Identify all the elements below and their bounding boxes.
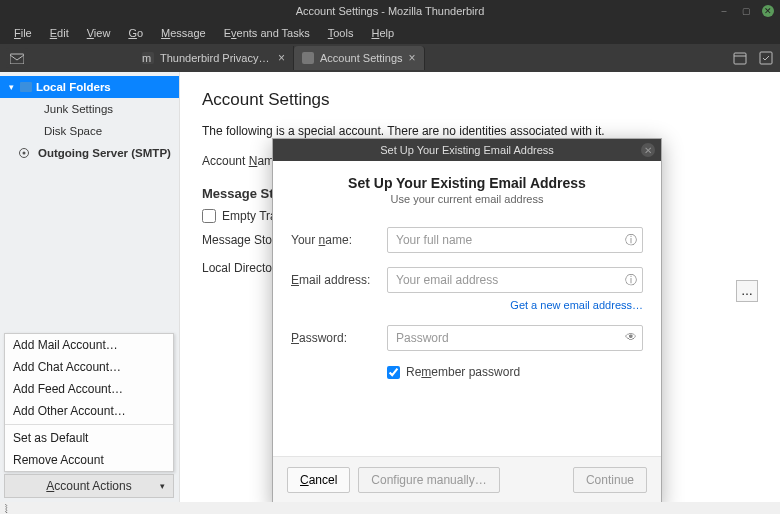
menu-item-add-other[interactable]: Add Other Account… — [5, 400, 173, 422]
tab-title: Thunderbird Privacy Not — [160, 52, 272, 64]
info-icon[interactable]: ⓘ — [625, 232, 637, 249]
email-label: Email address: — [291, 273, 387, 287]
menu-view[interactable]: View — [79, 25, 119, 41]
tasks-icon[interactable] — [758, 50, 774, 66]
name-row: Your name: ⓘ — [291, 227, 643, 253]
tree-label: Disk Space — [44, 125, 102, 137]
svg-rect-1 — [734, 53, 746, 64]
email-input[interactable] — [387, 267, 643, 293]
dialog-body: Set Up Your Existing Email Address Use y… — [273, 161, 661, 456]
menu-edit[interactable]: Edit — [42, 25, 77, 41]
menu-help[interactable]: Help — [363, 25, 402, 41]
folder-icon — [20, 82, 32, 92]
tab-close-icon[interactable]: × — [409, 51, 416, 65]
dialog-close-icon[interactable]: ✕ — [641, 143, 655, 157]
menu-go[interactable]: Go — [120, 25, 151, 41]
password-input[interactable] — [387, 325, 643, 351]
show-password-icon[interactable]: 👁 — [625, 330, 637, 344]
menu-message[interactable]: Message — [153, 25, 214, 41]
tabbar-right-actions — [732, 50, 774, 66]
dialog-subheading: Use your current email address — [291, 193, 643, 205]
name-label: Your name: — [291, 233, 387, 247]
tab-account-settings[interactable]: Account Settings × — [294, 46, 425, 70]
name-input[interactable] — [387, 227, 643, 253]
remember-checkbox[interactable] — [387, 366, 400, 379]
calendar-icon[interactable] — [732, 50, 748, 66]
window-controls: – ▢ ✕ — [718, 5, 774, 17]
password-label: Password: — [291, 331, 387, 345]
menu-separator — [5, 424, 173, 425]
email-setup-dialog: Set Up Your Existing Email Address ✕ Set… — [272, 138, 662, 508]
minimize-icon[interactable]: – — [718, 5, 730, 17]
sync-status-icon[interactable]: ⦚ — [4, 503, 9, 514]
remember-row: Remember password — [387, 365, 643, 379]
tab-privacy-notice[interactable]: m Thunderbird Privacy Not × — [134, 46, 294, 70]
home-icon — [10, 52, 24, 64]
cancel-button[interactable]: Cancel — [287, 467, 350, 493]
tab-title: Account Settings — [320, 52, 403, 64]
tree-label: Junk Settings — [44, 103, 113, 115]
svg-rect-0 — [10, 54, 24, 64]
configure-manually-button[interactable]: Configure manually… — [358, 467, 499, 493]
empty-trash-checkbox[interactable] — [202, 209, 216, 223]
tab-favicon-icon — [302, 52, 314, 64]
browse-button[interactable]: … — [736, 280, 758, 302]
email-row: Email address: ⓘ — [291, 267, 643, 293]
svg-rect-3 — [760, 52, 772, 64]
svg-point-5 — [23, 152, 26, 155]
get-new-address-link[interactable]: Get a new email address… — [510, 299, 643, 311]
tab-favicon-icon: m — [142, 52, 154, 64]
tree-item-local-folders[interactable]: ▾ Local Folders — [0, 76, 179, 98]
dialog-title: Set Up Your Existing Email Address — [380, 144, 554, 156]
menubar: File Edit View Go Message Events and Tas… — [0, 22, 780, 44]
menu-item-add-feed[interactable]: Add Feed Account… — [5, 378, 173, 400]
menu-item-set-default[interactable]: Set as Default — [5, 427, 173, 449]
get-new-address-row: Get a new email address… — [291, 299, 643, 311]
menu-tools[interactable]: Tools — [320, 25, 362, 41]
menu-file[interactable]: File — [6, 25, 40, 41]
page-title: Account Settings — [202, 90, 758, 110]
dialog-footer: Cancel Configure manually… Continue — [273, 456, 661, 507]
window-titlebar: Account Settings - Mozilla Thunderbird –… — [0, 0, 780, 22]
account-actions-menu: Add Mail Account… Add Chat Account… Add … — [4, 333, 174, 472]
account-actions-button[interactable]: Account Actions ▾ — [4, 474, 174, 498]
page-description: The following is a special account. Ther… — [202, 124, 758, 138]
menu-item-add-chat[interactable]: Add Chat Account… — [5, 356, 173, 378]
chevron-down-icon: ▾ — [160, 481, 165, 491]
tree-item-smtp[interactable]: Outgoing Server (SMTP) — [0, 142, 179, 164]
tree-label: Outgoing Server (SMTP) — [38, 147, 171, 159]
tabbar: m Thunderbird Privacy Not × Account Sett… — [0, 44, 780, 72]
tree-item-junk-settings[interactable]: Junk Settings — [0, 98, 179, 120]
gear-icon — [18, 147, 30, 159]
menu-events[interactable]: Events and Tasks — [216, 25, 318, 41]
caret-down-icon: ▾ — [6, 82, 16, 92]
account-tree-sidebar: ▾ Local Folders Junk Settings Disk Space… — [0, 72, 180, 502]
tab-close-icon[interactable]: × — [278, 51, 285, 65]
tree-item-disk-space[interactable]: Disk Space — [0, 120, 179, 142]
mail-home-button[interactable] — [6, 48, 28, 68]
window-title: Account Settings - Mozilla Thunderbird — [296, 5, 485, 17]
dialog-titlebar: Set Up Your Existing Email Address ✕ — [273, 139, 661, 161]
continue-button[interactable]: Continue — [573, 467, 647, 493]
tree-label: Local Folders — [36, 81, 111, 93]
status-bar: ⦚ — [0, 502, 780, 514]
account-actions-label: Account Actions — [46, 479, 131, 493]
info-icon[interactable]: ⓘ — [625, 272, 637, 289]
dialog-heading: Set Up Your Existing Email Address — [291, 175, 643, 191]
menu-item-add-mail[interactable]: Add Mail Account… — [5, 334, 173, 356]
account-actions-wrap: Add Mail Account… Add Chat Account… Add … — [4, 333, 174, 498]
remember-label: Remember password — [406, 365, 520, 379]
maximize-icon[interactable]: ▢ — [740, 5, 752, 17]
menu-item-remove-account[interactable]: Remove Account — [5, 449, 173, 471]
password-row: Password: 👁 — [291, 325, 643, 351]
account-tree: ▾ Local Folders Junk Settings Disk Space… — [0, 72, 179, 164]
close-icon[interactable]: ✕ — [762, 5, 774, 17]
